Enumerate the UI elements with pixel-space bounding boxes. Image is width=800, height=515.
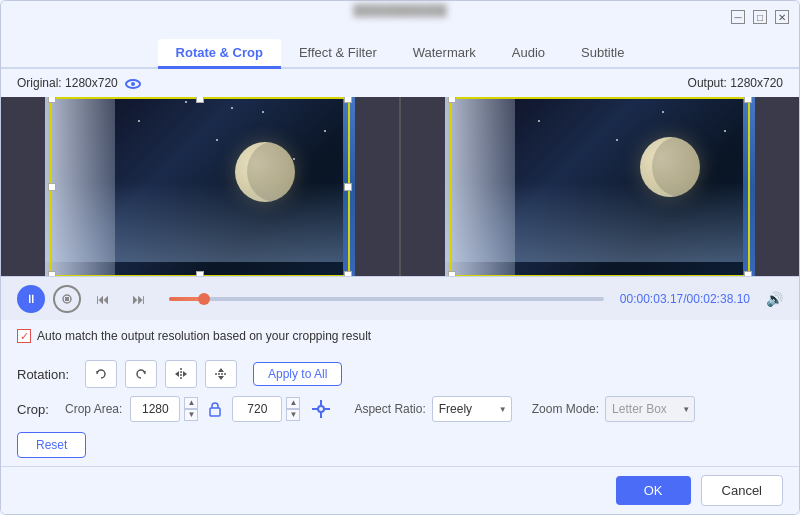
video-thumb-right [445,97,755,276]
width-down-button[interactable]: ▼ [184,409,198,421]
aspect-ratio-select-wrap: Freely 16:9 4:3 1:1 [432,396,512,422]
tabs-bar: Rotate & Crop Effect & Filter Watermark … [1,33,799,69]
preview-area [1,97,799,276]
time-current: 00:00:03.17 [620,292,683,306]
height-down-button[interactable]: ▼ [286,409,300,421]
aspect-ratio-select[interactable]: Freely 16:9 4:3 1:1 [432,396,512,422]
bottom-bar: OK Cancel [1,466,799,514]
apply-all-button[interactable]: Apply to All [253,362,342,386]
output-value: 1280x720 [730,76,783,90]
width-up-button[interactable]: ▲ [184,397,198,409]
zoom-mode-label: Zoom Mode: [532,402,599,416]
pause-button[interactable]: ⏸ [17,285,45,313]
tab-audio[interactable]: Audio [494,39,563,69]
crop-label: Crop: [17,402,57,417]
zoom-mode-group: Zoom Mode: Letter Box Pan & Scan Full [532,396,695,422]
auto-match-bar: ✓ Auto match the output resolution based… [1,320,799,352]
svg-rect-10 [210,408,220,416]
progress-bar[interactable] [169,297,604,301]
blue-bar-left [343,97,355,276]
crop-width-input[interactable] [130,396,180,422]
time-total: 00:02:38.10 [687,292,750,306]
tab-effect-filter[interactable]: Effect & Filter [281,39,395,69]
blurred-filename: ████████████ [353,4,447,16]
crop-area-label: Crop Area: [65,402,122,416]
svg-marker-8 [218,368,224,372]
reset-button[interactable]: Reset [17,432,86,458]
auto-match-checkbox[interactable]: ✓ [17,329,31,343]
rotate-ccw-button[interactable] [85,360,117,388]
cancel-button[interactable]: Cancel [701,475,783,506]
width-spinner: ▲ ▼ [184,397,198,421]
original-value: 1280x720 [65,76,118,90]
crop-center-icon[interactable] [308,396,334,422]
playback-controls: ⏸ ⏮ ⏭ 00:00:03.17/00:02:38.10 🔊 [1,276,799,320]
preview-right [401,97,799,276]
minimize-button[interactable]: ─ [731,10,745,24]
zoom-mode-select-wrap: Letter Box Pan & Scan Full [605,396,695,422]
skip-forward-button[interactable]: ⏭ [125,285,153,313]
tab-rotate-crop[interactable]: Rotate & Crop [158,39,281,69]
eye-icon[interactable] [125,79,141,89]
crop-height-input[interactable] [232,396,282,422]
rotation-label: Rotation: [17,367,77,382]
main-window: ─ □ ✕ Rotate & Crop Effect & Filter Wate… [0,0,800,515]
height-field-group: ▲ ▼ [232,396,300,422]
volume-icon[interactable]: 🔊 [766,291,783,307]
flip-vertical-button[interactable] [205,360,237,388]
skip-back-button[interactable]: ⏮ [89,285,117,313]
stop-button[interactable] [53,285,81,313]
maximize-button[interactable]: □ [753,10,767,24]
zoom-mode-select[interactable]: Letter Box Pan & Scan Full [605,396,695,422]
output-info: Output: 1280x720 [688,76,783,90]
blue-bar-right [743,97,755,276]
rotation-row: Rotation: Apply to All [17,360,783,388]
output-label: Output: [688,76,727,90]
right-left-overlay [445,97,515,276]
time-display: 00:00:03.17/00:02:38.10 [620,292,750,306]
width-field-group: ▲ ▼ [130,396,198,422]
preview-left [1,97,401,276]
svg-rect-1 [65,297,69,301]
title-bar-controls: ─ □ ✕ [731,10,789,24]
svg-marker-9 [218,376,224,380]
original-info: Original: 1280x720 [17,76,141,90]
original-label: Original: [17,76,62,90]
crop-row: Crop: Crop Area: ▲ ▼ ▲ ▼ [17,396,783,422]
reset-row: Reset [17,428,783,458]
ok-button[interactable]: OK [616,476,691,505]
tab-watermark[interactable]: Watermark [395,39,494,69]
flip-horizontal-button[interactable] [165,360,197,388]
auto-match-label: Auto match the output resolution based o… [37,329,371,343]
svg-marker-5 [175,371,179,377]
svg-marker-6 [183,371,187,377]
progress-thumb[interactable] [198,293,210,305]
video-thumb-left [45,97,355,276]
aspect-ratio-label: Aspect Ratio: [354,402,425,416]
aspect-ratio-group: Aspect Ratio: Freely 16:9 4:3 1:1 [354,396,511,422]
info-bar: Original: 1280x720 ████████████ Output: … [1,69,799,97]
left-overlay [45,97,115,276]
lock-icon[interactable] [206,400,224,418]
rotate-cw-button[interactable] [125,360,157,388]
close-button[interactable]: ✕ [775,10,789,24]
tab-subtitle[interactable]: Subtitle [563,39,642,69]
controls-section: Rotation: Apply to All Crop: Crop Area: [1,352,799,466]
svg-point-15 [318,406,324,412]
height-up-button[interactable]: ▲ [286,397,300,409]
height-spinner: ▲ ▼ [286,397,300,421]
